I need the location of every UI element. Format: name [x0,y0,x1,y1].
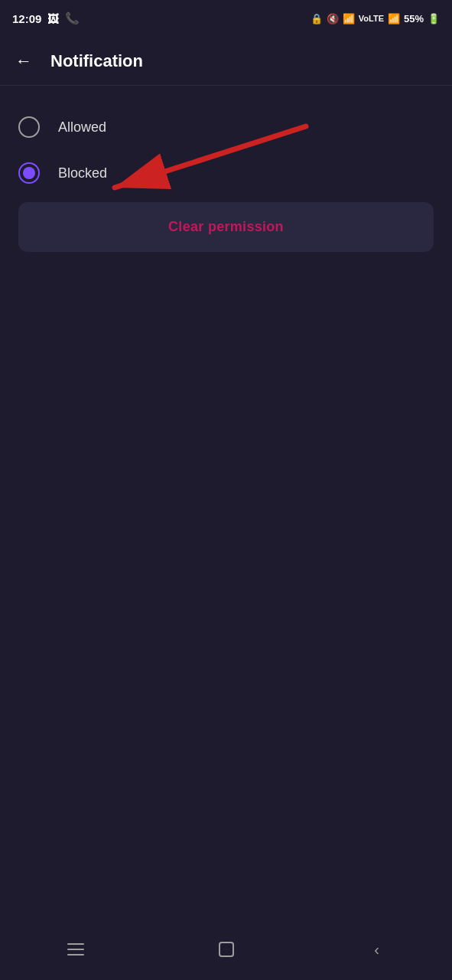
navigation-bar: ‹ [0,925,452,980]
signal-icon: 📶 [388,13,400,24]
status-time: 12:09 [12,12,41,25]
status-bar: 12:09 🖼 📞 🔒 🔇 📶 VoLTE 📶 55% 🔋 [0,0,452,37]
blocked-label: Blocked [58,165,107,181]
clear-permission-button[interactable]: Clear permission [18,202,434,252]
allowed-option[interactable]: Allowed [12,104,440,150]
image-icon: 🖼 [47,12,59,25]
status-bar-left: 12:09 🖼 📞 [12,11,80,25]
lte-icon: VoLTE [359,14,384,23]
page-title: Notification [50,51,143,71]
content-area: Allowed Blocked Clear permission [0,86,452,270]
back-nav-button[interactable]: ‹ [354,934,400,965]
back-nav-icon: ‹ [374,942,379,957]
phone-icon: 📞 [65,11,80,25]
home-icon [219,942,234,957]
battery-icon: 🔋 [428,13,440,24]
lock-icon: 🔒 [311,13,323,24]
blocked-radio[interactable] [18,162,40,184]
recents-button[interactable] [53,934,99,965]
blocked-option[interactable]: Blocked [12,150,440,196]
back-button[interactable]: ← [12,50,35,73]
allowed-radio[interactable] [18,116,40,138]
home-button[interactable] [203,934,249,965]
status-bar-right: 🔒 🔇 📶 VoLTE 📶 55% 🔋 [311,13,440,24]
clear-permission-label: Clear permission [168,219,284,235]
recents-icon [67,943,84,956]
mute-icon: 🔇 [327,13,339,24]
wifi-icon: 📶 [343,13,355,24]
page-header: ← Notification [0,37,452,86]
allowed-label: Allowed [58,119,106,136]
battery-level: 55% [404,13,424,24]
